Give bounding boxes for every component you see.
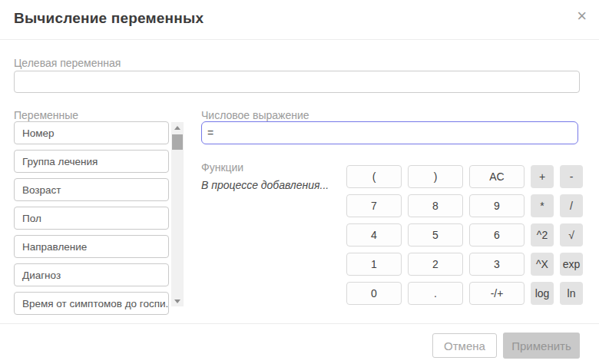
variable-item[interactable]: Группа лечения [14,150,169,173]
expression-label: Числовое выражение [201,109,309,121]
variables-scrollbar[interactable] [171,122,184,306]
key-0[interactable]: 0 [346,282,402,305]
dialog-header: Вычисление переменных × [0,0,599,40]
close-icon[interactable]: × [577,8,587,25]
key-7[interactable]: 7 [346,194,402,217]
variable-item[interactable]: Направление [14,235,169,258]
variable-item[interactable]: Возраст [14,178,169,201]
key-ln[interactable]: ln [560,282,583,305]
target-variable-input[interactable] [14,71,580,93]
variable-item[interactable]: Диагноз [14,263,169,286]
key-multiply[interactable]: * [531,194,554,217]
cancel-button[interactable]: Отмена [432,333,497,358]
key-sqrt[interactable]: √ [560,223,583,247]
scroll-down-icon [174,299,180,303]
key-close-paren[interactable]: ) [408,165,463,188]
key-9[interactable]: 9 [469,194,525,217]
key-8[interactable]: 8 [408,194,463,217]
key-open-paren[interactable]: ( [346,165,402,188]
key-plus[interactable]: + [531,165,554,188]
key-2[interactable]: 2 [408,253,463,276]
calc-variables-dialog: Вычисление переменных × Целевая переменн… [0,0,599,364]
scroll-up-button[interactable] [171,122,184,133]
variables-list: Номер Группа лечения Возраст Пол Направл… [14,121,184,310]
scrollbar-thumb[interactable] [172,134,183,150]
key-5[interactable]: 5 [408,223,463,247]
key-divide[interactable]: / [560,194,583,217]
variable-item[interactable]: Пол [14,207,169,230]
calculator-keypad: ( ) AC + - 7 8 9 * / 4 5 6 ^2 √ 1 2 3 ^X… [346,165,583,305]
dialog-title: Вычисление переменных [14,10,204,27]
scroll-down-button[interactable] [171,296,184,306]
key-minus[interactable]: - [560,165,583,188]
key-exp[interactable]: exp [560,253,583,276]
target-variable-label: Целевая переменная [14,57,121,69]
variable-item[interactable]: Номер [14,121,169,144]
key-6[interactable]: 6 [469,223,525,247]
key-power[interactable]: ^X [531,253,554,276]
key-3[interactable]: 3 [469,253,525,276]
variables-label: Переменные [14,109,78,121]
functions-label: Функции [201,161,243,174]
key-log[interactable]: log [531,282,554,305]
key-decimal[interactable]: . [408,282,463,305]
scroll-up-icon [174,126,180,130]
expression-input[interactable] [201,121,578,144]
functions-note: В процессе добавления... [201,179,329,191]
key-square[interactable]: ^2 [531,223,554,247]
key-clear-ac[interactable]: AC [469,165,525,188]
dialog-footer: Отмена Применить [0,323,599,364]
apply-button[interactable]: Применить [503,333,580,359]
key-4[interactable]: 4 [346,223,402,247]
variable-item[interactable]: Время от симптомов до госпи... [14,292,169,315]
key-negate[interactable]: -/+ [469,282,525,305]
key-1[interactable]: 1 [346,253,402,276]
